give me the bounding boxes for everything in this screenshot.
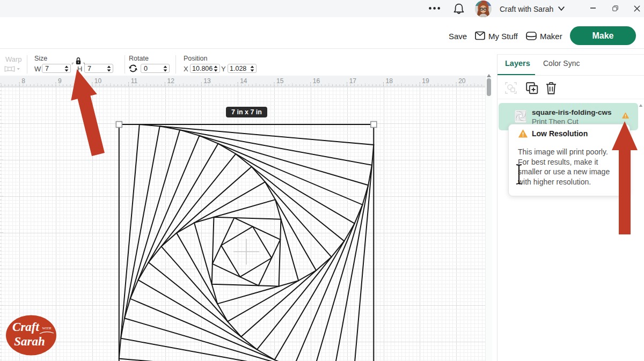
svg-text:WITH: WITH xyxy=(42,326,52,330)
svg-text:Craft: Craft xyxy=(12,320,39,334)
svg-text:Sarah: Sarah xyxy=(14,335,45,348)
